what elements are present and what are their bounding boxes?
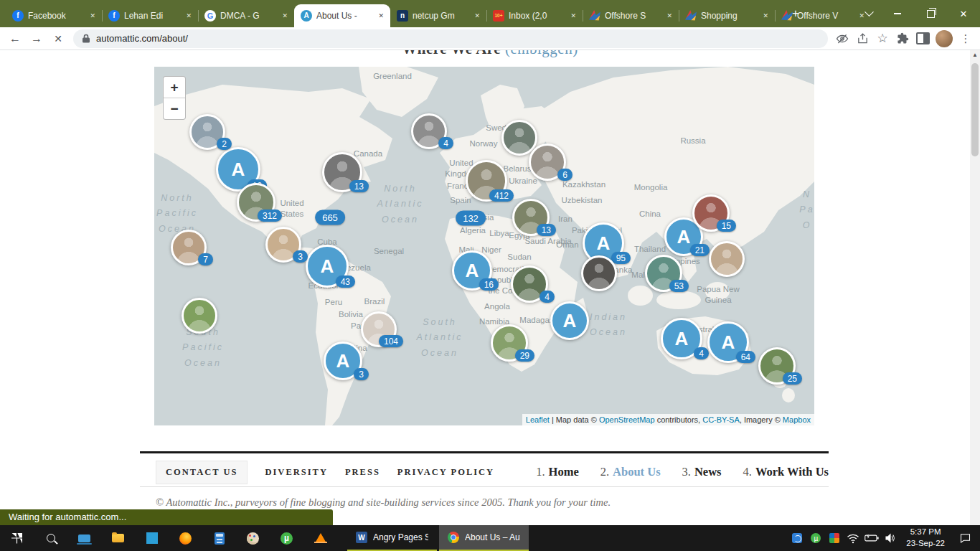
task-button-word[interactable]: Angry Pages Strate... — [347, 525, 437, 551]
bookmark-star-icon[interactable]: ☆ — [872, 29, 892, 49]
taskbar-utorrent-button[interactable] — [270, 525, 303, 551]
forward-button[interactable]: → — [26, 29, 47, 49]
marker-count-badge: 13 — [537, 224, 556, 236]
address-bar[interactable]: automattic.com/about/ — [73, 29, 828, 48]
attribution-link[interactable]: Leaflet — [526, 415, 550, 424]
world-map[interactable]: + − Leaflet | Map data © OpenStreetMap c… — [154, 67, 814, 425]
footer-link[interactable]: CONTACT US — [156, 461, 248, 484]
avatar-marker[interactable]: 29 — [491, 324, 528, 362]
avatar-marker[interactable] — [581, 255, 617, 291]
cluster-marker[interactable]: A — [550, 301, 589, 340]
scroll-up-arrow-icon[interactable]: ▲ — [970, 50, 980, 60]
task-button-chrome[interactable]: About Us – Autom... — [439, 525, 529, 551]
restore-button[interactable] — [914, 0, 947, 27]
avatar-marker[interactable]: 53 — [645, 255, 682, 292]
tray-battery-icon[interactable] — [862, 525, 881, 551]
taskbar-paint-button[interactable] — [236, 525, 270, 551]
footer-nav-item[interactable]: 1.Home — [536, 465, 579, 479]
footer-link[interactable]: PRESS — [345, 461, 380, 484]
tab-close-icon[interactable]: ✕ — [473, 11, 481, 21]
avatar-marker[interactable]: 7 — [171, 230, 207, 265]
scrollbar-thumb[interactable] — [971, 63, 979, 156]
tray-volume-icon[interactable] — [881, 525, 900, 551]
avatar-marker[interactable]: 3 — [265, 227, 301, 263]
attribution-link[interactable]: OpenStreetMap — [599, 415, 655, 424]
taskbar-search-button[interactable] — [34, 525, 67, 551]
footer-nav-item[interactable]: 3.News — [682, 465, 722, 479]
avatar-marker[interactable]: 4 — [411, 113, 447, 149]
taskbar-laptop-button[interactable] — [67, 525, 101, 551]
footer-link[interactable]: DIVERSITY — [265, 461, 327, 484]
browser-tab[interactable]: AAbout Us -✕ — [294, 4, 390, 27]
avatar-marker[interactable] — [182, 298, 217, 334]
tab-close-icon[interactable]: ✕ — [665, 11, 674, 21]
avatar-marker[interactable]: 13 — [322, 152, 362, 192]
tab-close-icon[interactable]: ✕ — [184, 11, 193, 21]
profile-avatar[interactable] — [936, 30, 953, 47]
avatar-marker[interactable]: 25 — [758, 347, 796, 385]
attribution-link[interactable]: CC-BY-SA — [702, 415, 740, 424]
avatar-marker[interactable]: 2 — [189, 114, 225, 150]
tab-search-button[interactable] — [857, 0, 881, 27]
tab-close-icon[interactable]: ✕ — [377, 11, 385, 21]
close-button[interactable]: ✕ — [947, 0, 980, 27]
avatar-marker[interactable]: 412 — [466, 160, 507, 202]
cluster-marker[interactable]: A64 — [707, 321, 749, 363]
extensions-puzzle-icon[interactable] — [892, 29, 913, 49]
cluster-marker[interactable]: A3 — [324, 342, 362, 380]
taskbar-clock[interactable]: 5:37 PM 23-Sep-22 — [900, 527, 951, 549]
embiggen-link[interactable]: (embiggen) — [505, 50, 578, 57]
browser-tab[interactable]: 10+Inbox (2,0✕ — [486, 4, 583, 27]
tray-trayut-icon[interactable] — [806, 525, 825, 551]
tab-close-icon[interactable]: ✕ — [569, 11, 578, 21]
share-icon[interactable] — [852, 29, 872, 49]
zoom-out-button[interactable]: − — [164, 98, 185, 119]
attribution-link[interactable]: Mapbox — [783, 415, 811, 424]
avatar-marker[interactable]: 6 — [529, 143, 566, 181]
action-center-button[interactable] — [951, 525, 979, 551]
count-marker[interactable]: 665 — [315, 210, 345, 225]
zoom-in-button[interactable]: + — [164, 77, 185, 98]
taskbar-vlc-button[interactable] — [303, 525, 337, 551]
footer-nav-item[interactable]: 4.Work With Us — [743, 465, 829, 479]
avatar-marker[interactable]: 13 — [512, 199, 550, 236]
avatar-marker[interactable] — [709, 241, 745, 277]
browser-tab[interactable]: GDMCA - G✕ — [198, 4, 294, 27]
footer-link[interactable]: PRIVACY POLICY — [397, 461, 494, 484]
browser-tab[interactable]: fLehan Edi✕ — [102, 4, 198, 27]
stop-loading-button[interactable]: ✕ — [47, 29, 69, 49]
tab-close-icon[interactable]: ✕ — [88, 11, 97, 21]
tab-close-icon[interactable]: ✕ — [281, 11, 289, 21]
tray-antivirus-icon[interactable] — [825, 525, 844, 551]
back-button[interactable]: ← — [4, 29, 26, 49]
avatar-marker[interactable]: 104 — [361, 311, 397, 347]
avatar-marker[interactable]: 312 — [237, 183, 275, 222]
taskbar-calc-button[interactable] — [202, 525, 236, 551]
automattic-a-glyph: A — [677, 226, 691, 248]
tray-wifi-icon[interactable] — [844, 525, 862, 551]
cluster-marker[interactable]: A4 — [661, 318, 702, 359]
cluster-marker[interactable]: A16 — [452, 250, 492, 291]
taskbar-firefox-button[interactable] — [169, 525, 202, 551]
new-tab-button[interactable]: + — [786, 4, 805, 23]
cluster-marker[interactable]: A43 — [306, 245, 349, 288]
avatar-marker[interactable]: 15 — [692, 194, 730, 232]
menu-dots-icon[interactable]: ⋮ — [956, 29, 976, 49]
taskbar-vscode-button[interactable] — [135, 525, 169, 551]
footer-nav-item[interactable]: 2.About Us — [600, 465, 661, 479]
count-marker[interactable]: 132 — [456, 211, 486, 226]
minimize-button[interactable] — [881, 0, 914, 27]
browser-tab[interactable]: Shopping✕ — [679, 4, 775, 27]
avatar-marker[interactable]: 4 — [511, 265, 548, 303]
marker-count-badge: 3 — [354, 368, 369, 380]
page-scrollbar[interactable]: ▲ — [970, 50, 980, 525]
browser-tab[interactable]: Offshore S✕ — [583, 4, 679, 27]
taskbar-start-button[interactable] — [0, 525, 34, 551]
taskbar-explorer-button[interactable] — [101, 525, 135, 551]
tab-close-icon[interactable]: ✕ — [761, 11, 770, 21]
side-panel-icon[interactable] — [913, 29, 933, 49]
browser-tab[interactable]: fFacebook✕ — [6, 4, 102, 27]
browser-tab[interactable]: nnetcup Gm✕ — [390, 4, 486, 27]
eye-off-icon[interactable] — [832, 29, 852, 49]
tray-trayapp-icon[interactable] — [788, 525, 806, 551]
